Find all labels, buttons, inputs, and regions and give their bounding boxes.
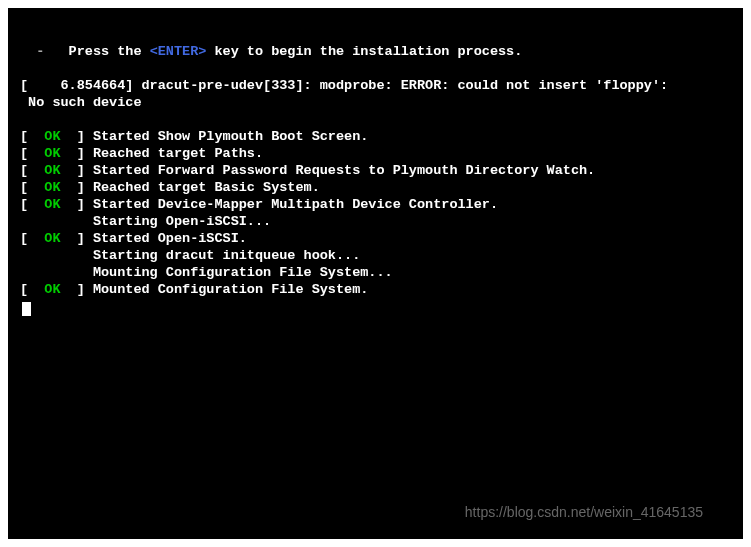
bracket-open: [ xyxy=(20,129,44,144)
boot-line: Starting dracut initqueue hook... xyxy=(20,247,731,264)
bracket-open: [ xyxy=(20,231,44,246)
ok-label: OK xyxy=(44,282,60,297)
boot-line: Starting Open-iSCSI... xyxy=(20,213,731,230)
boot-message: Starting Open-iSCSI... xyxy=(20,214,271,229)
boot-line: [ OK ] Reached target Basic System. xyxy=(20,179,731,196)
boot-line: [ OK ] Started Device-Mapper Multipath D… xyxy=(20,196,731,213)
boot-message: Started Device-Mapper Multipath Device C… xyxy=(93,197,498,212)
rest-text: key to begin the installation process. xyxy=(206,44,522,59)
ok-label: OK xyxy=(44,197,60,212)
ok-label: OK xyxy=(44,129,60,144)
bracket-open: [ xyxy=(20,282,44,297)
bracket-close: ] xyxy=(61,231,93,246)
ok-label: OK xyxy=(44,163,60,178)
enter-key: <ENTER> xyxy=(150,44,207,59)
bracket-close: ] xyxy=(61,197,93,212)
blank-line xyxy=(20,60,731,77)
boot-message: Reached target Paths. xyxy=(93,146,263,161)
boot-message: Starting dracut initqueue hook... xyxy=(20,248,360,263)
boot-line: [ OK ] Mounted Configuration File System… xyxy=(20,281,731,298)
bracket-open: [ xyxy=(20,180,44,195)
bracket-close: ] xyxy=(61,180,93,195)
blank-line xyxy=(20,111,731,128)
cursor xyxy=(22,302,31,316)
bracket-close: ] xyxy=(61,282,93,297)
bracket-open: [ xyxy=(20,197,44,212)
bracket-open: [ xyxy=(20,146,44,161)
press-text: Press the xyxy=(61,44,150,59)
watermark: https://blog.csdn.net/weixin_41645135 xyxy=(465,504,703,521)
bracket-open: [ xyxy=(20,163,44,178)
boot-message: Started Show Plymouth Boot Screen. xyxy=(93,129,368,144)
bracket-close: ] xyxy=(61,163,93,178)
boot-message: Reached target Basic System. xyxy=(93,180,320,195)
boot-message: Started Forward Password Requests to Ply… xyxy=(93,163,595,178)
boot-terminal: - Press the <ENTER> key to begin the ins… xyxy=(8,8,743,539)
boot-message: Mounting Configuration File System... xyxy=(20,265,393,280)
dash: - xyxy=(20,44,61,59)
boot-line: Mounting Configuration File System... xyxy=(20,264,731,281)
boot-message: Started Open-iSCSI. xyxy=(93,231,247,246)
boot-line: [ OK ] Started Forward Password Requests… xyxy=(20,162,731,179)
press-enter-line: - Press the <ENTER> key to begin the ins… xyxy=(20,43,731,60)
ok-label: OK xyxy=(44,146,60,161)
error-line-2: No such device xyxy=(20,94,731,111)
boot-line: [ OK ] Started Open-iSCSI. xyxy=(20,230,731,247)
error-line-1: [ 6.854664] dracut-pre-udev[333]: modpro… xyxy=(20,77,731,94)
ok-label: OK xyxy=(44,231,60,246)
cursor-line xyxy=(20,298,731,321)
bracket-close: ] xyxy=(61,146,93,161)
boot-line: [ OK ] Started Show Plymouth Boot Screen… xyxy=(20,128,731,145)
boot-output: [ OK ] Started Show Plymouth Boot Screen… xyxy=(20,128,731,298)
bracket-close: ] xyxy=(61,129,93,144)
ok-label: OK xyxy=(44,180,60,195)
boot-line: [ OK ] Reached target Paths. xyxy=(20,145,731,162)
boot-message: Mounted Configuration File System. xyxy=(93,282,368,297)
